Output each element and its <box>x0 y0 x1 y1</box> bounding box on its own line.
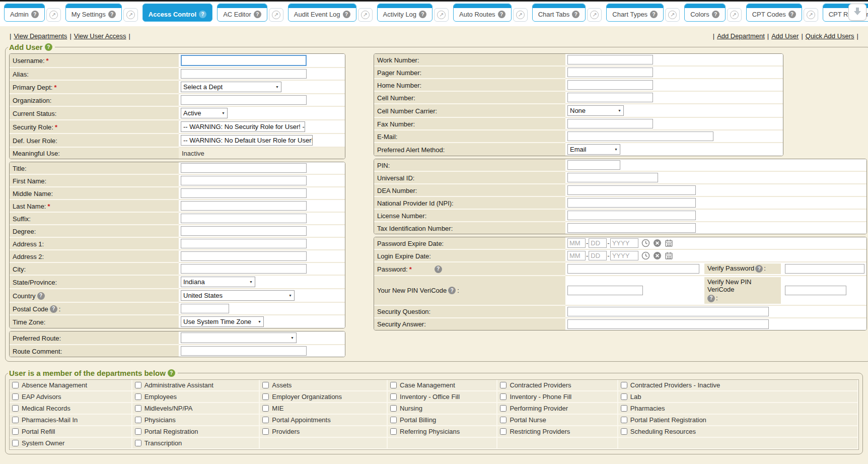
tab-my-settings[interactable]: My Settings <box>65 4 122 22</box>
dept-checkbox-referring-physicians[interactable] <box>390 428 397 435</box>
dea-number-input[interactable] <box>567 185 696 195</box>
help-icon[interactable] <box>108 11 116 18</box>
verify-password-input[interactable] <box>785 264 864 274</box>
dept-checkbox-restricting-providers[interactable] <box>500 428 507 435</box>
dept-checkbox-lab[interactable] <box>621 393 627 400</box>
country-select[interactable]: United States <box>181 290 295 301</box>
dept-checkbox-contracted-providers-inactive[interactable] <box>621 382 627 388</box>
tab-colors[interactable]: Colors <box>684 4 726 22</box>
address-2-input[interactable] <box>181 251 307 261</box>
help-icon[interactable] <box>45 43 52 51</box>
pager-number-input[interactable] <box>567 68 653 77</box>
help-icon[interactable] <box>435 266 442 273</box>
verify-new-pin-vericode-input[interactable] <box>785 286 846 295</box>
postal-code-input[interactable] <box>181 304 229 313</box>
tab-audit-event-log[interactable]: Audit Event Log <box>288 4 356 22</box>
dept-checkbox-portal-registration[interactable] <box>135 428 141 435</box>
login-expire-date-mm-input[interactable] <box>567 251 586 260</box>
def-user-role-select[interactable]: -- WARNING: No Default User Role for Use… <box>181 135 313 146</box>
dept-checkbox-pharmacies-mail-in[interactable] <box>12 417 19 423</box>
cell-number-carrier-select[interactable]: None <box>567 105 624 116</box>
preferred-route-select[interactable] <box>181 333 297 343</box>
tab-popout-button[interactable] <box>804 8 818 22</box>
tax-identification-number-input[interactable] <box>567 223 696 233</box>
help-icon[interactable] <box>199 11 206 18</box>
username-input[interactable] <box>181 55 307 66</box>
alias-input[interactable] <box>181 69 307 79</box>
help-icon[interactable] <box>755 265 763 273</box>
calendar-icon[interactable] <box>665 239 673 247</box>
link-view-departments[interactable]: View Departments <box>14 32 67 40</box>
tab-popout-button[interactable] <box>665 8 680 22</box>
universal-id-input[interactable] <box>567 173 658 182</box>
dept-checkbox-employer-organizations[interactable] <box>262 393 269 400</box>
help-icon[interactable] <box>419 11 426 18</box>
tab-activity-log[interactable]: Activity Log <box>377 4 432 22</box>
dept-checkbox-portal-billing[interactable] <box>390 417 397 423</box>
dept-checkbox-administrative-assistant[interactable] <box>135 382 141 388</box>
last-name-input[interactable] <box>181 201 307 211</box>
organization-input[interactable] <box>181 95 307 105</box>
title-input[interactable] <box>181 163 307 173</box>
dept-checkbox-nursing[interactable] <box>390 405 397 412</box>
scroll-tabs-button[interactable] <box>848 4 866 21</box>
e-mail-input[interactable] <box>567 131 713 141</box>
tab-popout-button[interactable] <box>269 8 283 22</box>
tab-popout-button[interactable] <box>727 8 742 22</box>
dept-checkbox-performing-provider[interactable] <box>500 405 507 412</box>
link-view-user-access[interactable]: View User Access <box>74 32 126 40</box>
dept-checkbox-system-owner[interactable] <box>12 440 19 446</box>
tab-ac-editor[interactable]: AC Editor <box>217 4 267 22</box>
route-comment-input[interactable] <box>181 346 307 356</box>
dept-checkbox-pharmacies[interactable] <box>621 405 627 412</box>
help-icon[interactable] <box>572 11 580 18</box>
dept-checkbox-portal-nurse[interactable] <box>500 417 507 423</box>
primary-dept-select[interactable]: Select a Dept <box>181 82 281 92</box>
help-icon[interactable] <box>37 292 45 300</box>
help-icon[interactable] <box>168 369 175 377</box>
calendar-icon[interactable] <box>665 251 673 260</box>
time-zone-select[interactable]: Use System Time Zone <box>181 316 264 327</box>
clock-icon[interactable] <box>641 251 650 260</box>
tab-admin[interactable]: Admin <box>4 4 45 22</box>
dept-checkbox-inventory-phone-fill[interactable] <box>500 393 507 400</box>
security-role-select[interactable]: -- WARNING: No Security Role for User! -… <box>181 121 305 132</box>
dept-checkbox-medical-records[interactable] <box>12 405 19 412</box>
help-icon[interactable] <box>712 11 719 18</box>
dept-checkbox-eap-advisors[interactable] <box>12 393 19 400</box>
clock-icon[interactable] <box>641 239 650 247</box>
dept-checkbox-case-management[interactable] <box>390 382 397 388</box>
tab-popout-button[interactable] <box>123 8 138 22</box>
dept-checkbox-portal-appointments[interactable] <box>262 417 269 423</box>
address-1-input[interactable] <box>181 239 307 248</box>
work-number-input[interactable] <box>567 55 653 64</box>
dept-checkbox-transcription[interactable] <box>135 440 141 446</box>
help-icon[interactable] <box>343 11 350 18</box>
help-icon[interactable] <box>31 11 39 18</box>
password-expire-date-yyyy-input[interactable] <box>610 238 638 248</box>
help-icon[interactable] <box>707 295 715 302</box>
tab-popout-button[interactable] <box>434 8 449 22</box>
national-provider-id-npi-input[interactable] <box>567 198 696 208</box>
fax-number-input[interactable] <box>567 119 653 128</box>
dept-checkbox-portal-patient-registration[interactable] <box>621 417 627 423</box>
tab-popout-button[interactable] <box>513 8 528 22</box>
tab-chart-tabs[interactable]: Chart Tabs <box>532 4 586 22</box>
dept-checkbox-mie[interactable] <box>262 405 269 412</box>
password-input[interactable] <box>567 264 699 274</box>
pin-input[interactable] <box>567 160 620 170</box>
dept-checkbox-employees[interactable] <box>135 393 141 400</box>
security-question-input[interactable] <box>567 307 769 316</box>
help-icon[interactable] <box>650 11 658 18</box>
dept-checkbox-assets[interactable] <box>262 382 269 388</box>
dept-checkbox-physicians[interactable] <box>135 417 141 423</box>
tab-auto-routes[interactable]: Auto Routes <box>453 4 512 22</box>
link-add-user[interactable]: Add User <box>771 32 799 40</box>
help-icon[interactable] <box>254 11 261 18</box>
login-expire-date-dd-input[interactable] <box>589 251 607 260</box>
login-expire-date-yyyy-input[interactable] <box>610 251 638 260</box>
tab-popout-button[interactable] <box>358 8 373 22</box>
suffix-input[interactable] <box>181 214 307 223</box>
tab-cpt-codes[interactable]: CPT Codes <box>746 4 802 22</box>
degree-input[interactable] <box>181 226 307 236</box>
